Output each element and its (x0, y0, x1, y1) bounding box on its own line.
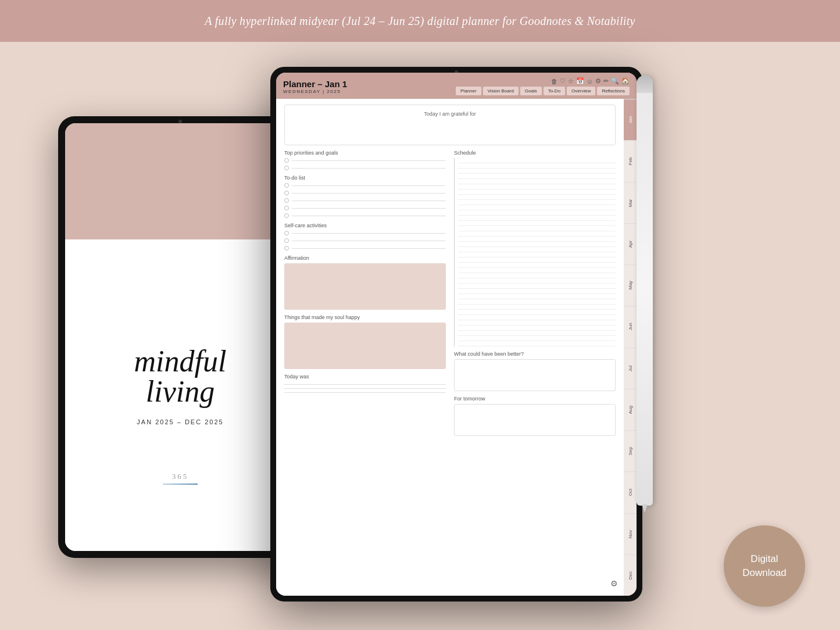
schedule-row-5 (458, 200, 616, 210)
affirmation-section: Affirmation (284, 255, 446, 310)
ipad-title-living: living (134, 377, 227, 407)
todo-checkbox-5[interactable] (284, 213, 289, 218)
selfcare-checkbox-3[interactable] (284, 246, 289, 250)
sline-12 (458, 278, 616, 278)
tab-vision-board[interactable]: Vision Board (483, 87, 519, 95)
ipad-logo: 365 (163, 472, 198, 485)
month-tab-sep[interactable]: Sep (624, 430, 637, 471)
today-was-lines (284, 384, 446, 393)
planner-header: Planner – Jan 1 WEDNESDAY | 2025 🗑 ♡ ☆ 📅… (276, 73, 637, 99)
pencil-top (637, 76, 653, 93)
schedule-row-10 (458, 252, 616, 263)
month-sidebar: Jan Feb Mar Apr May Jun Jul Aug Sep Oct … (624, 99, 637, 596)
sline-1 (458, 163, 616, 163)
ipad-title-mindful: mindful (134, 346, 227, 377)
month-tab-jul[interactable]: Jul (624, 348, 637, 389)
tab-planner[interactable]: Planner (456, 87, 481, 95)
schedule-row-1 (458, 158, 616, 169)
better-section: What could have been better? (454, 351, 616, 391)
priority-rule-1 (292, 160, 446, 161)
todo-rule-5 (292, 216, 446, 216)
digital-download-badge: Digital Download (724, 525, 805, 607)
pencil-tip (642, 504, 648, 513)
priority-checkbox-2[interactable] (284, 166, 289, 170)
priorities-section: Top priorities and goals (284, 150, 446, 170)
priority-checkbox-1[interactable] (284, 158, 289, 163)
calendar-icon[interactable]: 📅 (576, 77, 584, 85)
planner-icons: 🗑 ♡ ☆ 📅 ☺ ⚙ ✏ 🔍 🏠 (551, 77, 630, 85)
todo-rule-4 (292, 208, 446, 209)
trash-icon[interactable]: 🗑 (551, 78, 557, 85)
sline-16 (458, 320, 616, 320)
month-tab-jun[interactable]: Jun (624, 306, 637, 347)
todo-label: To-do list (284, 175, 446, 181)
selfcare-label: Self-care activities (284, 223, 446, 228)
month-tab-mar[interactable]: Mar (624, 182, 637, 223)
affirmation-box (284, 263, 446, 310)
selfcare-rule-2 (292, 241, 446, 241)
selfcare-section: Self-care activities (284, 223, 446, 250)
ipad-left-white (65, 239, 295, 298)
today-was-line-1 (284, 384, 446, 385)
month-tab-oct[interactable]: Oct (624, 471, 637, 513)
settings-icon[interactable]: ⚙ (595, 77, 601, 85)
month-tab-feb[interactable]: Feb (624, 140, 637, 181)
sline-3 (458, 184, 616, 184)
selfcare-checkbox-1[interactable] (284, 231, 289, 235)
tab-goals[interactable]: Goals (520, 87, 542, 95)
sline-13 (458, 288, 616, 289)
todo-checkbox-4[interactable] (284, 206, 289, 210)
home-icon[interactable]: 🏠 (621, 77, 630, 85)
schedule-row-9 (458, 242, 616, 252)
selfcare-rule-1 (292, 233, 446, 234)
month-tab-dec[interactable]: Dec (624, 554, 637, 596)
banner-text: A fully hyperlinked midyear (Jul 24 – Ju… (205, 15, 635, 28)
schedule-grid (454, 158, 616, 346)
tab-todo[interactable]: To-Do (544, 87, 565, 95)
edit-icon[interactable]: ✏ (603, 77, 609, 85)
star-icon[interactable]: ☆ (568, 77, 574, 85)
schedule-row-4 (458, 189, 616, 200)
ipad-left-screen: mindful living JAN 2025 – DEC 2025 365 (65, 123, 295, 551)
better-box (454, 359, 616, 391)
ipad-left-top-strip (65, 123, 295, 239)
left-col: Top priorities and goals (284, 150, 446, 436)
planner-nav-tabs: Planner Vision Board Goals To-Do Overvie… (456, 87, 630, 95)
happy-label: Things that made my soul happy (284, 314, 446, 320)
month-tab-jan[interactable]: Jan (624, 99, 637, 140)
gear-icon-area: ⚙ (610, 579, 618, 589)
selfcare-line-2 (284, 238, 446, 243)
schedule-label: Schedule (454, 150, 616, 156)
tab-overview[interactable]: Overview (567, 87, 595, 95)
planner-body: Today I am grateful for Top priorities a… (276, 99, 637, 596)
schedule-section: Schedule (454, 150, 616, 346)
heart-icon[interactable]: ♡ (560, 77, 566, 85)
sline-6 (458, 215, 616, 216)
schedule-row-15 (458, 305, 616, 315)
selfcare-line-1 (284, 231, 446, 235)
ipad-left-content: mindful living JAN 2025 – DEC 2025 365 (65, 298, 295, 551)
month-tab-apr[interactable]: Apr (624, 223, 637, 264)
month-tab-nov[interactable]: Nov (624, 513, 637, 554)
top-banner: A fully hyperlinked midyear (Jul 24 – Ju… (0, 0, 840, 42)
happy-box (284, 323, 446, 369)
better-label: What could have been better? (454, 351, 616, 357)
search-icon[interactable]: 🔍 (611, 77, 619, 85)
selfcare-checkbox-2[interactable] (284, 238, 289, 243)
todo-checkbox-3[interactable] (284, 198, 289, 203)
sline-7 (458, 225, 616, 226)
schedule-row-6 (458, 210, 616, 221)
schedule-row-14 (458, 294, 616, 305)
emoji-icon[interactable]: ☺ (587, 78, 593, 85)
sline-9 (458, 246, 616, 247)
todo-checkbox-2[interactable] (284, 191, 289, 195)
tab-reflections[interactable]: Reflections (597, 87, 630, 95)
tomorrow-section: For tomorrow (454, 396, 616, 436)
gear-icon[interactable]: ⚙ (610, 579, 618, 588)
todo-lines (284, 183, 446, 218)
tomorrow-box (454, 404, 616, 436)
todo-rule-1 (292, 185, 446, 186)
month-tab-aug[interactable]: Aug (624, 389, 637, 430)
month-tab-may[interactable]: May (624, 264, 637, 306)
todo-checkbox-1[interactable] (284, 183, 289, 188)
